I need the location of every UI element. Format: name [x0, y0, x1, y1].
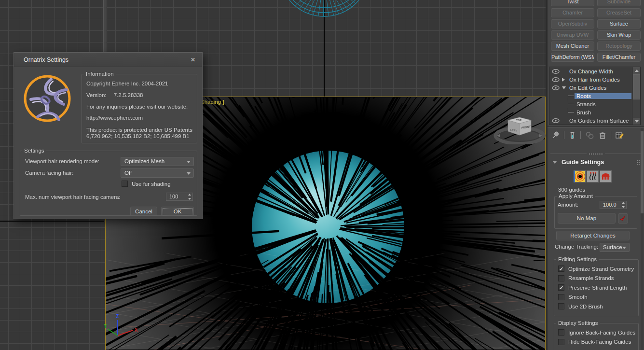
stepper-down-icon[interactable]: [188, 198, 191, 200]
rollout-expand-icon: [552, 161, 557, 164]
checkbox-use-2d-brush[interactable]: [558, 303, 564, 309]
modifier-button-surface[interactable]: Surface: [597, 19, 641, 28]
amount-map-button[interactable]: [618, 213, 628, 224]
render-mode-dropdown[interactable]: Optimized Mesh: [121, 157, 194, 166]
checkbox-label: Hide Back-Facing Guides: [568, 339, 631, 345]
amount-stepper[interactable]: [621, 202, 625, 208]
modifier-button-pathdeform-wsm[interactable]: PathDeform (WSM: [551, 53, 594, 62]
view-cube[interactable]: TOP LEFT FRONT: [493, 114, 546, 144]
max-num-spinner[interactable]: 100: [166, 193, 193, 201]
modifier-button-retopology: Retopology: [597, 42, 641, 51]
version-row: Version: 7.2.5.28338: [86, 92, 143, 98]
settings-group: Settings Viewport hair rendering mode: O…: [20, 148, 197, 216]
viewport-shading-label[interactable]: Shading ]: [201, 99, 224, 105]
stack-item-label[interactable]: Roots: [575, 93, 631, 99]
tree-line-icon: [567, 92, 575, 100]
eye-visibility-icon[interactable]: [549, 77, 562, 82]
pushpin-icon[interactable]: [551, 131, 560, 140]
guide-mode-roots-button[interactable]: [574, 170, 586, 182]
ornatrix-logo: [23, 74, 71, 124]
retarget-changes-button[interactable]: Retarget Changes: [556, 231, 630, 240]
stack-row-ox-change-width[interactable]: Ox Change Width: [549, 67, 631, 75]
editing-settings-group: Editing Settings ✔Optimize Strand Geomet…: [554, 256, 639, 316]
fur-shading-checkbox[interactable]: [122, 181, 128, 187]
modifier-stack: Ox Change WidthOx Hair from GuidesOx Edi…: [549, 67, 641, 125]
version-value: 7.2.5.28338: [114, 92, 143, 98]
stepper-up-icon[interactable]: [622, 202, 625, 204]
y-axis-line: [108, 329, 118, 336]
cancel-button[interactable]: Cancel: [130, 207, 157, 216]
rollout-separator[interactable]: [550, 153, 641, 155]
link-guides-icon[interactable]: [585, 131, 594, 140]
dropdown-arrow-icon: [622, 247, 626, 249]
option-row-ignore-back-facing-guides: Ignore Back-Facing Guides: [554, 328, 638, 337]
modifier-button-fillet-chamfer[interactable]: Fillet/Chamfer: [597, 53, 641, 62]
patents-line1: This product is protected under US Paten…: [86, 127, 192, 133]
guide-mode-strands-button[interactable]: [587, 170, 599, 182]
scroll-up-button[interactable]: [633, 67, 640, 74]
vial-icon[interactable]: [569, 131, 576, 140]
stack-row-roots[interactable]: Roots: [549, 92, 631, 100]
checkbox-optimize-strand-geometry[interactable]: ✔: [558, 266, 564, 272]
stack-item-label[interactable]: Ox Edit Guides: [567, 85, 608, 91]
stack-row-strands[interactable]: Strands: [549, 100, 631, 108]
scroll-down-button[interactable]: [633, 118, 640, 125]
camera-facing-label: Camera facing hair:: [25, 170, 73, 176]
modifier-button-skin-wrap[interactable]: Skin Wrap: [597, 30, 641, 40]
dialog-title: Ornatrix Settings: [24, 56, 191, 63]
modifier-button-chamfer: Chamfer: [551, 8, 594, 17]
stepper-up-icon[interactable]: [188, 194, 191, 196]
change-tracking-dropdown[interactable]: Surface: [600, 243, 630, 252]
brush-mode-icon: [601, 171, 611, 182]
modifier-stack-scrollbar[interactable]: [632, 67, 640, 125]
option-row-hide-back-facing-guides: Hide Back-Facing Guides: [554, 337, 638, 347]
display-options-list: Ignore Back-Facing GuidesHide Back-Facin…: [554, 326, 638, 347]
max-num-stepper[interactable]: [187, 194, 192, 200]
checkbox-hide-back-facing-guides[interactable]: [558, 339, 564, 345]
chevron-right-icon[interactable]: [562, 78, 567, 82]
ornatrix-settings-dialog: Ornatrix Settings × Inform: [14, 52, 203, 219]
guide-mode-brush-button[interactable]: [600, 170, 612, 182]
scrollbar-thumb[interactable]: [633, 74, 640, 99]
stack-item-label[interactable]: Ox Hair from Guides: [567, 77, 622, 83]
stack-item-label[interactable]: Brush: [575, 110, 593, 115]
stack-item-label[interactable]: Ox Change Width: [567, 69, 615, 74]
stack-item-label[interactable]: Strands: [575, 101, 598, 107]
stack-item-label[interactable]: Ox Guides from Surface: [567, 118, 630, 124]
dropdown-arrow-icon: [187, 172, 191, 175]
checkbox-resample-strands[interactable]: [558, 275, 564, 281]
checkbox-smooth[interactable]: [558, 294, 564, 300]
chevron-down-icon[interactable]: [562, 86, 567, 89]
amount-label: Amount:: [558, 202, 578, 208]
settings-legend: Settings: [22, 148, 46, 154]
eye-visibility-icon[interactable]: [549, 118, 562, 123]
amount-spinner[interactable]: 100.0: [600, 201, 627, 209]
modifier-button-subdivide: Subdivide: [597, 0, 641, 6]
tree-line-icon: [567, 108, 575, 116]
eye-visibility-icon[interactable]: [549, 85, 562, 90]
panel-scrollbar[interactable]: [641, 128, 644, 350]
stack-row-brush[interactable]: Brush: [549, 108, 631, 116]
checkbox-preserve-strand-length[interactable]: ✔: [558, 284, 564, 291]
guide-settings-rollout-header[interactable]: Guide Settings: [550, 157, 641, 167]
panel-scrollbar-thumb[interactable]: [641, 131, 644, 213]
stack-row-ox-hair-from-guides[interactable]: Ox Hair from Guides: [549, 75, 631, 84]
modifier-button-mesh-cleaner[interactable]: Mesh Cleaner: [551, 42, 594, 51]
edit-stack-icon[interactable]: [616, 131, 624, 140]
trash-icon[interactable]: [599, 131, 606, 140]
website-link[interactable]: http://www.ephere.com: [86, 115, 143, 121]
modifier-button-twist[interactable]: Twist: [551, 0, 594, 6]
eye-visibility-icon[interactable]: [549, 69, 562, 74]
dialog-title-bar[interactable]: Ornatrix Settings ×: [14, 53, 202, 67]
display-settings-group: Display Settings Ignore Back-Facing Guid…: [554, 320, 639, 350]
camera-facing-dropdown[interactable]: Off: [121, 168, 194, 178]
checkbox-label: Resample Strands: [568, 275, 614, 281]
separator-line: [605, 154, 641, 154]
no-map-button[interactable]: No Map: [558, 213, 616, 224]
stepper-down-icon[interactable]: [622, 206, 625, 208]
stack-row-ox-guides-from-surface[interactable]: Ox Guides from Surface: [549, 116, 631, 125]
stack-row-ox-edit-guides[interactable]: Ox Edit Guides: [549, 84, 631, 92]
checkbox-ignore-back-facing-guides[interactable]: [558, 329, 564, 336]
ok-button[interactable]: OK: [161, 207, 194, 216]
close-icon[interactable]: ×: [191, 56, 195, 64]
